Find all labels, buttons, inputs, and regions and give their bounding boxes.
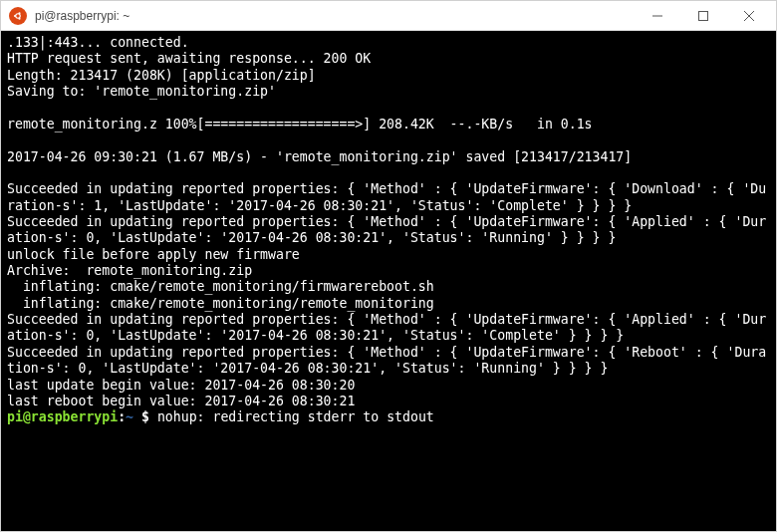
terminal-line: .133|:443... connected. bbox=[7, 35, 770, 51]
minimize-button[interactable] bbox=[635, 1, 680, 31]
terminal-line: last update begin value: 2017-04-26 08:3… bbox=[7, 378, 770, 394]
titlebar: pi@raspberrypi: ~ bbox=[1, 1, 776, 31]
prompt-dollar: $ bbox=[141, 409, 149, 424]
terminal-line: Succeeded in updating reported propertie… bbox=[7, 345, 770, 378]
window-title: pi@raspberrypi: ~ bbox=[35, 9, 635, 23]
terminal-line: Archive: remote_monitoring.zip bbox=[7, 263, 770, 279]
ubuntu-terminal-icon bbox=[9, 7, 27, 25]
terminal-line: Saving to: 'remote_monitoring.zip' bbox=[7, 84, 770, 100]
terminal-line: HTTP request sent, awaiting response... … bbox=[7, 51, 770, 67]
terminal-line: unlock file before apply new firmware bbox=[7, 247, 770, 263]
terminal-line: inflating: cmake/remote_monitoring/remot… bbox=[7, 296, 770, 312]
minimize-icon bbox=[652, 11, 662, 21]
window-controls bbox=[635, 1, 772, 31]
terminal-line bbox=[7, 133, 770, 148]
close-icon bbox=[744, 11, 754, 21]
terminal-line: Succeeded in updating reported propertie… bbox=[7, 214, 770, 247]
terminal-body[interactable]: .133|:443... connected.HTTP request sent… bbox=[1, 31, 776, 531]
terminal-line: 2017-04-26 09:30:21 (1.67 MB/s) - 'remot… bbox=[7, 149, 770, 165]
terminal-line: Succeeded in updating reported propertie… bbox=[7, 181, 770, 214]
terminal-line: remote_monitoring.z 100%[===============… bbox=[7, 117, 770, 133]
prompt-colon: : bbox=[118, 409, 126, 424]
prompt-tail-output: nohup: redirecting stderr to stdout bbox=[149, 409, 434, 424]
terminal-line: Succeeded in updating reported propertie… bbox=[7, 312, 770, 345]
svg-rect-5 bbox=[699, 11, 708, 20]
terminal-prompt-line[interactable]: pi@raspberrypi:~ $ nohup: redirecting st… bbox=[7, 409, 770, 425]
maximize-icon bbox=[698, 11, 708, 21]
close-button[interactable] bbox=[726, 1, 772, 31]
terminal-line bbox=[7, 165, 770, 181]
terminal-line: Length: 213417 (208K) [application/zip] bbox=[7, 68, 770, 84]
terminal-line bbox=[7, 100, 770, 116]
prompt-path: ~ bbox=[126, 409, 141, 424]
maximize-button[interactable] bbox=[680, 1, 726, 31]
prompt-user-host: pi@raspberrypi bbox=[7, 409, 118, 424]
terminal-line: inflating: cmake/remote_monitoring/firmw… bbox=[7, 279, 770, 295]
ubuntu-logo-icon bbox=[12, 10, 24, 22]
terminal-line: last reboot begin value: 2017-04-26 08:3… bbox=[7, 394, 770, 409]
